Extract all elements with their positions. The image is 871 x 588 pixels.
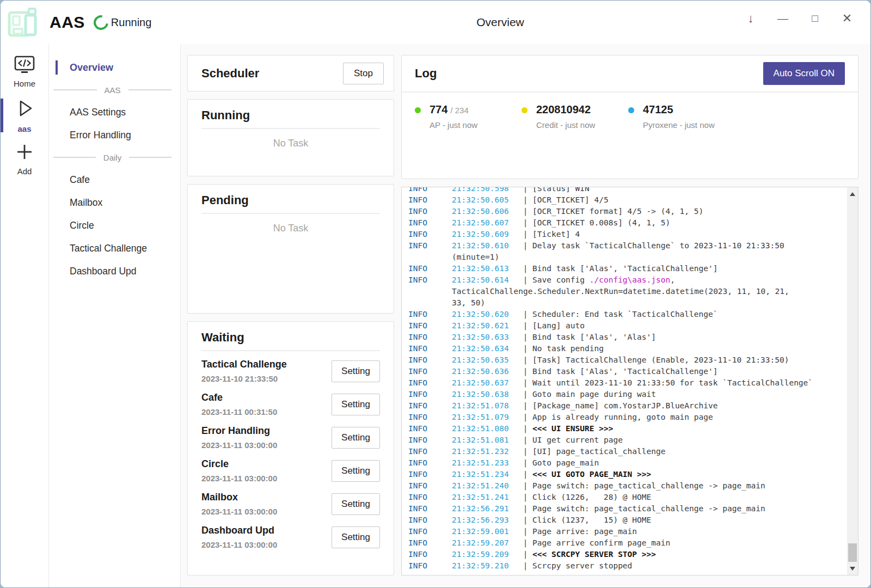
- log-line: INFO21:32:50.610|Delay task `TacticalCha…: [408, 240, 841, 252]
- log-line: INFO21:32:59.209|<<< SCRCPY SERVER STOP …: [408, 549, 841, 560]
- log-line: INFO21:32:51.241|Click (1226, 28) @ HOME: [408, 492, 841, 503]
- log-line: INFO21:32:50.613|Bind task ['Alas', 'Tac…: [408, 263, 841, 274]
- log-line: INFO21:32:50.635|[Task] TacticalChalleng…: [408, 354, 841, 366]
- log-line: INFO21:32:50.637|Wait until 2023-11-10 2…: [408, 377, 841, 389]
- app-logo-icon: [6, 7, 41, 41]
- task-name: Error Handling: [201, 425, 277, 437]
- running-title: Running: [201, 108, 250, 122]
- log-line: INFO21:32:51.234|<<< UI GOTO PAGE_MAIN >…: [408, 469, 841, 480]
- task-setting-button[interactable]: Setting: [332, 493, 380, 515]
- scrollbar-thumb[interactable]: [848, 543, 857, 562]
- task-setting-button[interactable]: Setting: [332, 526, 380, 548]
- sidebar-item-error-handling[interactable]: Error Handling: [49, 124, 180, 146]
- play-icon: [14, 97, 35, 121]
- waiting-task-row: Tactical Challenge 2023-11-10 21:33:50 S…: [201, 354, 380, 388]
- scheduler-card: Scheduler Stop: [187, 55, 394, 91]
- log-line: INFO21:32:50.634|No task pending: [408, 343, 841, 354]
- log-viewport[interactable]: INFO21:32:50.598|[Status] WININFO21:32:5…: [401, 187, 858, 575]
- resource-stats: 774 / 234 AP - just now: [402, 93, 858, 140]
- task-column: Scheduler Stop Running No Task Pending N…: [187, 55, 394, 575]
- auto-scroll-button[interactable]: Auto Scroll ON: [763, 62, 845, 85]
- stat-dot-icon: [522, 107, 527, 113]
- task-name: Circle: [201, 458, 277, 470]
- waiting-task-row: Mailbox 2023-11-11 03:00:00 Setting: [201, 487, 380, 520]
- log-line-wrap: 33, 50): [408, 297, 841, 309]
- maximize-icon[interactable]: □: [808, 13, 822, 24]
- stat-value: 774: [430, 103, 447, 116]
- log-line: INFO21:32:50.609|[Ticket] 4: [408, 229, 841, 240]
- log-header-card: Log Auto Scroll ON 774 / 234: [401, 55, 858, 179]
- rail-item-aas[interactable]: aas: [1, 97, 48, 133]
- sidebar-item-cafe[interactable]: Cafe: [49, 168, 180, 191]
- icon-rail: Home aas Add: [1, 44, 49, 587]
- log-line: INFO21:32:50.605|[OCR_TICKET] 4/5: [408, 194, 841, 206]
- running-empty-text: No Task: [188, 129, 394, 149]
- page-title: Overview: [476, 16, 524, 29]
- task-next-run: 2023-11-11 03:00:00: [201, 540, 277, 549]
- log-line: INFO21:32:50.620|Scheduler: End task `Ta…: [408, 309, 841, 320]
- rail-item-label: Add: [17, 167, 32, 176]
- log-line: INFO21:32:50.633|Bind task ['Alas', 'Ala…: [408, 332, 841, 343]
- main-area: Home aas Add OverviewAASAAS: [1, 44, 870, 587]
- stat-value: 220810942: [536, 103, 591, 116]
- log-line-wrap: TacticalChallenge.Scheduler.NextRun=date…: [408, 286, 841, 297]
- task-next-run: 2023-11-10 21:33:50: [201, 374, 287, 383]
- task-setting-button[interactable]: Setting: [332, 460, 380, 482]
- stat-suffix: / 234: [450, 106, 468, 115]
- log-scrollbar[interactable]: [847, 187, 858, 575]
- content: Scheduler Stop Running No Task Pending N…: [181, 44, 870, 587]
- task-setting-button[interactable]: Setting: [332, 394, 380, 415]
- window-controls: ↓ — □ ✕: [744, 1, 854, 36]
- download-icon[interactable]: ↓: [744, 11, 758, 26]
- close-icon[interactable]: ✕: [840, 11, 854, 26]
- pending-title: Pending: [201, 193, 249, 207]
- running-spinner-icon: [91, 12, 112, 33]
- log-line: INFO21:32:50.621|[Lang] auto: [408, 320, 841, 332]
- stat-value: 47125: [643, 103, 673, 116]
- sidebar-item-mailbox[interactable]: Mailbox: [49, 191, 180, 214]
- scroll-down-icon[interactable]: [847, 564, 858, 573]
- sidebar-divider-aas: AAS: [53, 79, 171, 101]
- log-line: INFO21:32:50.636|Bind task ['Alas', 'Tac…: [408, 366, 841, 377]
- app-name: AAS: [50, 13, 85, 32]
- rail-item-add[interactable]: Add: [1, 141, 48, 177]
- pending-card: Pending No Task: [187, 184, 394, 314]
- plus-icon: [15, 142, 34, 164]
- task-next-run: 2023-11-11 03:00:00: [201, 440, 277, 450]
- scheduler-stop-button[interactable]: Stop: [343, 63, 384, 84]
- scheduler-title: Scheduler: [201, 66, 259, 81]
- waiting-task-row: Circle 2023-11-11 03:00:00 Setting: [201, 454, 380, 487]
- minimize-icon[interactable]: —: [776, 13, 790, 25]
- log-line: INFO21:32:51.232|[UI] page_tactical_chal…: [408, 446, 841, 457]
- waiting-task-row: Error Handling 2023-11-11 03:00:00 Setti…: [201, 421, 380, 454]
- sidebar-item-dashboard-upd[interactable]: Dashboard Upd: [49, 260, 180, 283]
- rail-item-home[interactable]: Home: [1, 54, 48, 90]
- task-name: Cafe: [201, 392, 277, 403]
- scroll-up-icon[interactable]: [847, 189, 858, 199]
- stat-label: Credit - just now: [536, 120, 595, 130]
- pending-empty-text: No Task: [188, 214, 394, 234]
- resource-stat: 220810942 Credit - just now: [522, 103, 628, 130]
- log-column: Log Auto Scroll ON 774 / 234: [401, 55, 858, 575]
- log-title: Log: [415, 66, 437, 81]
- task-setting-button[interactable]: Setting: [332, 427, 380, 449]
- log-line: INFO21:32:50.638|Goto main page during w…: [408, 389, 841, 400]
- log-line: INFO21:32:51.078|[Package_name] com.Yost…: [408, 400, 841, 412]
- task-next-run: 2023-11-11 00:31:50: [201, 407, 277, 416]
- running-status-label: Running: [111, 16, 152, 29]
- sidebar-item-aas-settings[interactable]: AAS Settings: [49, 101, 180, 124]
- stat-dot-icon: [415, 107, 421, 113]
- code-monitor-icon: [14, 56, 35, 76]
- rail-item-label: aas: [17, 124, 31, 133]
- sidebar-item-circle[interactable]: Circle: [49, 214, 180, 237]
- sidebar-menu: OverviewAASAAS SettingsError HandlingDai…: [49, 44, 181, 587]
- sidebar-item-overview[interactable]: Overview: [49, 56, 180, 79]
- stat-label: AP - just now: [430, 120, 477, 130]
- sidebar-item-tactical-challenge[interactable]: Tactical Challenge: [49, 237, 180, 260]
- log-line: INFO21:32:50.607|[OCR_TICKET 0.008s] (4,…: [408, 217, 841, 229]
- task-setting-button[interactable]: Setting: [332, 360, 380, 382]
- stat-dot-icon: [628, 107, 634, 113]
- log-line: INFO21:32:50.606|[OCR_TICKET format] 4/5…: [408, 206, 841, 217]
- rail-item-label: Home: [14, 79, 35, 88]
- task-name: Tactical Challenge: [201, 359, 287, 370]
